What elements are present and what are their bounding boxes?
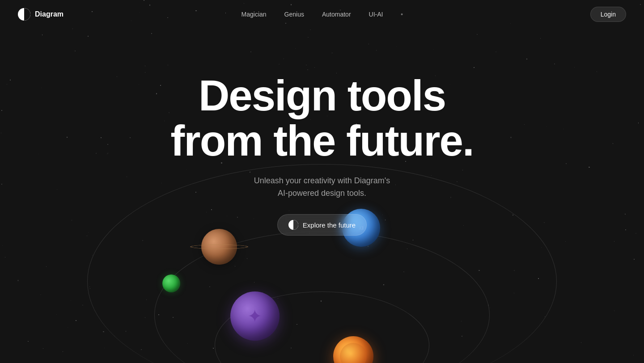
cta-label: Explore the future (303, 221, 356, 229)
hero-title-line1: Design tools (199, 72, 445, 119)
nav-link-automator[interactable]: Automator (322, 11, 351, 18)
nav-link-genius[interactable]: Genius (284, 11, 304, 18)
logo-text: Diagram (35, 10, 64, 18)
hero-subtitle: Unleash your creativity with Diagram's A… (254, 174, 390, 200)
cta-button[interactable]: Explore the future (277, 214, 367, 236)
cta-icon (288, 220, 298, 230)
saturn-ring (190, 245, 248, 249)
nav-link-magician[interactable]: Magician (242, 11, 267, 18)
logo-icon (18, 8, 30, 21)
hero-section: Design tools from the future. Unleash yo… (0, 29, 644, 236)
login-button[interactable]: Login (590, 7, 626, 22)
logo[interactable]: Diagram (18, 8, 64, 21)
planet-purple (230, 291, 280, 341)
hero-title-line2: from the future. (170, 117, 473, 165)
planet-orange-inner (340, 343, 367, 363)
hero-title: Design tools from the future. (170, 73, 473, 164)
nav-dot (401, 13, 402, 15)
nav-link-ui-ai[interactable]: UI-AI (369, 11, 383, 18)
navbar: Diagram Magician Genius Automator UI-AI … (0, 0, 644, 29)
nav-links: Magician Genius Automator UI-AI (242, 11, 403, 18)
planet-green (162, 274, 180, 292)
